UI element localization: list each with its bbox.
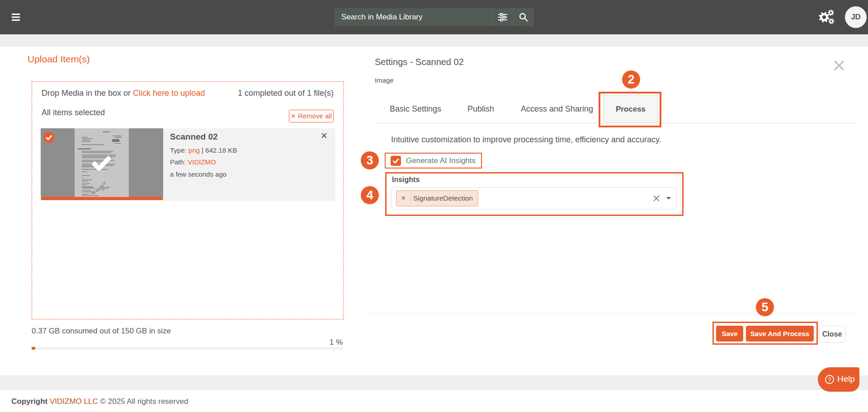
svg-text:?: ? [828, 376, 831, 383]
